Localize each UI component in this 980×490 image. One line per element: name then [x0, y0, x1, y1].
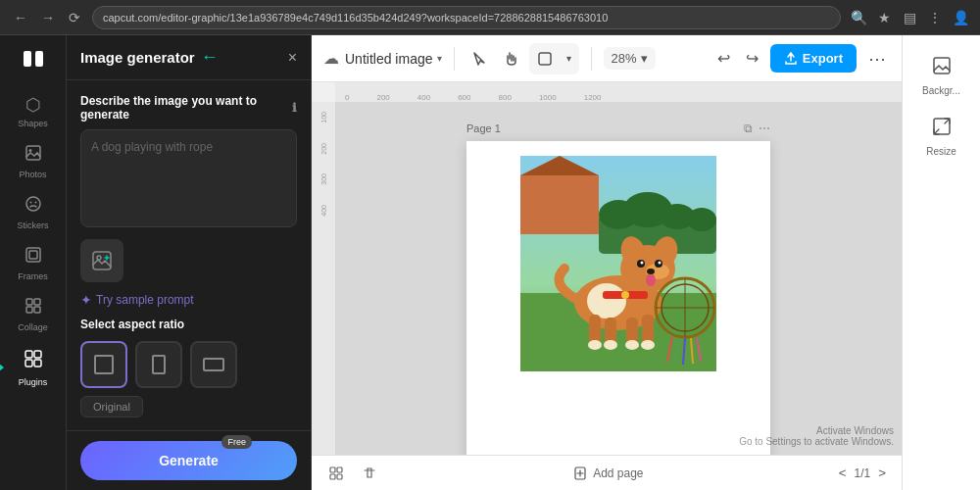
hand-tool-button[interactable] [498, 45, 525, 73]
panel-body: Describe the image you want to generate … [67, 80, 311, 430]
svg-point-53 [641, 340, 655, 350]
svg-point-52 [625, 340, 639, 350]
aspect-ratio-section: Select aspect ratio Original [80, 318, 297, 417]
shapes-icon: ⬡ [25, 94, 41, 116]
svg-rect-64 [337, 467, 342, 472]
toolbar-tools: ▾ [466, 43, 579, 74]
back-button[interactable]: ← [10, 8, 31, 27]
export-button[interactable]: Export [770, 44, 857, 73]
svg-rect-11 [34, 299, 40, 305]
sidebar-item-collage[interactable]: Collage [0, 289, 66, 340]
panel-title-arrow-icon: ← [201, 47, 219, 68]
page-copy-icon[interactable]: ⧉ [744, 122, 753, 135]
image-generator-panel: Image generator ← × Describe the image y… [67, 35, 312, 490]
background-icon [931, 55, 953, 81]
bookmark-icon[interactable]: ★ [874, 8, 894, 27]
background-tool[interactable]: Backgr... [903, 47, 980, 104]
svg-rect-15 [34, 351, 41, 358]
redo-button[interactable]: ↪ [742, 45, 762, 72]
svg-rect-48 [626, 318, 638, 344]
trash-icon [363, 466, 376, 480]
ratio-portrait-button[interactable] [135, 341, 182, 388]
square-ratio-icon [94, 355, 114, 374]
select-tool-button[interactable] [466, 45, 494, 73]
reload-button[interactable]: ⟳ [65, 8, 84, 27]
sidebar-item-stickers[interactable]: Stickers [0, 187, 66, 238]
prompt-input[interactable] [80, 129, 297, 227]
ratio-options [80, 341, 297, 388]
app-logo[interactable] [18, 43, 49, 74]
svg-rect-13 [34, 307, 40, 313]
panel-header: Image generator ← × [67, 35, 311, 80]
page-more-icon[interactable]: ⋯ [759, 122, 770, 135]
browser-chrome: ← → ⟳ capcut.com/editor-graphic/13e1a936… [0, 0, 980, 35]
svg-rect-14 [25, 351, 32, 358]
stickers-icon [24, 195, 42, 218]
svg-rect-47 [605, 318, 616, 344]
portrait-ratio-icon [152, 355, 166, 374]
address-bar[interactable]: capcut.com/editor-graphic/13e1a936789e4c… [92, 6, 841, 29]
svg-point-30 [687, 208, 716, 231]
ratio-square-button[interactable] [80, 341, 127, 388]
svg-rect-17 [34, 360, 41, 367]
svg-rect-10 [26, 299, 32, 305]
svg-rect-22 [539, 53, 551, 65]
profile-icon[interactable]: 👤 [951, 8, 970, 27]
sidebar-item-frames[interactable]: Frames [0, 238, 66, 289]
page-wrapper: Page 1 ⧉ ⋯ [466, 122, 770, 455]
plugins-icon [23, 348, 44, 374]
svg-point-43 [646, 274, 656, 286]
svg-point-7 [34, 202, 36, 204]
generate-button[interactable]: Generate [80, 441, 297, 480]
plugins-indicator-arrow [0, 363, 4, 372]
undo-button[interactable]: ↩ [713, 45, 734, 72]
canvas-content[interactable]: Page 1 ⧉ ⋯ [335, 102, 902, 455]
panel-close-button[interactable]: × [288, 49, 297, 67]
original-ratio-button[interactable]: Original [80, 396, 143, 417]
next-page-button[interactable]: > [874, 464, 890, 482]
ruler-left: 100 200 300 400 [312, 102, 335, 455]
info-icon[interactable]: ℹ [292, 101, 297, 115]
frame-tool-dropdown[interactable]: ▾ [561, 47, 577, 70]
toolbar-divider-1 [454, 47, 455, 71]
svg-point-36 [587, 283, 626, 318]
ratio-landscape-button[interactable] [190, 341, 237, 388]
page-actions: ⧉ ⋯ [744, 122, 770, 135]
frames-icon [24, 246, 42, 269]
page-nav: < 1/1 > [835, 464, 890, 482]
snap-icon [329, 466, 343, 480]
browser-menu-icon[interactable]: ⋮ [925, 8, 945, 27]
snap-button[interactable] [323, 461, 349, 486]
search-icon[interactable]: 🔍 [849, 8, 868, 27]
image-upload-button[interactable] [80, 239, 123, 282]
generate-area: Free Generate [67, 430, 311, 490]
forward-button[interactable]: → [37, 8, 59, 27]
svg-rect-18 [93, 252, 111, 270]
svg-rect-49 [642, 315, 654, 344]
zoom-control[interactable]: 28% ▾ [604, 47, 656, 70]
bottom-left [323, 461, 382, 486]
add-page-button[interactable]: Add page [573, 466, 643, 480]
sidebar-item-photos[interactable]: Photos [0, 136, 66, 187]
trash-button[interactable] [357, 461, 382, 486]
prev-page-button[interactable]: < [835, 464, 851, 482]
page-canvas[interactable] [466, 141, 770, 455]
browser-nav: ← → ⟳ [10, 8, 84, 27]
cloud-icon: ☁ [323, 49, 339, 68]
app-container: ⬡ Shapes Photos Stickers Frames Collag [0, 35, 980, 490]
extensions-icon[interactable]: ▤ [900, 8, 919, 27]
toolbar-left: ☁ Untitled image ▾ [323, 49, 442, 68]
frame-tool-button[interactable] [531, 45, 559, 73]
document-title[interactable]: Untitled image ▾ [345, 51, 442, 67]
try-sample-prompt[interactable]: ✦ Try sample prompt [80, 292, 297, 308]
svg-point-6 [29, 202, 31, 204]
canvas-wrapper: 0 200 400 600 800 1000 1200 100 200 300 … [312, 82, 902, 455]
dog-image [520, 156, 716, 371]
panel-title: Image generator ← [80, 47, 219, 68]
upload-image-icon [91, 250, 113, 271]
sidebar-item-plugins[interactable]: Plugins [0, 340, 66, 395]
capcut-logo-icon [20, 45, 47, 73]
resize-tool[interactable]: Resize [903, 108, 980, 165]
sidebar-item-shapes[interactable]: ⬡ Shapes [0, 86, 66, 136]
more-options-button[interactable]: ⋯ [864, 44, 890, 74]
